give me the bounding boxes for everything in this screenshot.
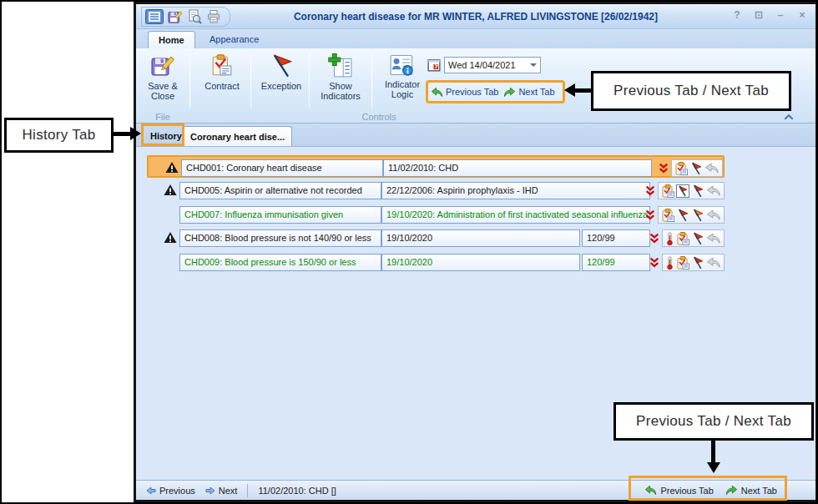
indicator-name-cell[interactable]: CHD007: Influenza immunisation given (179, 206, 381, 224)
history-tab-highlight (141, 123, 184, 146)
table-row[interactable]: CHD008: Blood pressure is not 140/90 or … (147, 227, 725, 249)
save-icon[interactable] (168, 9, 183, 24)
clipboard-icon[interactable] (676, 232, 689, 245)
row-actions (658, 182, 725, 199)
double-chevron-down-icon[interactable] (645, 185, 655, 196)
previous-tab-label: Previous Tab (446, 87, 498, 97)
arrow-right-icon (205, 486, 215, 495)
row-actions (662, 229, 725, 247)
tabnav-highlight: Previous Tab Next Tab (426, 80, 565, 103)
button-separator (309, 53, 310, 108)
quick-access-toolbar (141, 7, 230, 27)
indicator-name-cell[interactable]: CHD005: Aspirin or alternative not recor… (179, 182, 381, 199)
indicator-detail-cell[interactable]: 22/12/2006: Aspirin prophylaxis - IHD (381, 182, 650, 199)
reply-arrow-icon[interactable] (706, 256, 721, 269)
exception-label: Exception (261, 81, 301, 91)
reply-arrow-icon[interactable] (706, 184, 721, 197)
restore-button[interactable]: ⊡ (752, 8, 765, 22)
ribbon-tab-strip: Home Appearance (136, 29, 815, 48)
contract-label: Contract (204, 81, 240, 91)
next-label: Next (219, 486, 238, 496)
table-row[interactable]: CHD005: Aspirin or alternative not recor… (147, 179, 725, 202)
indicator-value-cell[interactable]: 120/99 (582, 229, 650, 247)
arrow-left-icon (146, 486, 156, 495)
divider (247, 484, 248, 497)
indicator-name-cell[interactable]: CHD008: Blood pressure is not 140/90 or … (179, 229, 381, 247)
indicator-value-cell[interactable]: 120/99 (582, 254, 650, 271)
clipboard-icon[interactable] (674, 162, 688, 175)
contract-button[interactable]: Contract (195, 53, 249, 108)
double-chevron-down-icon[interactable] (649, 257, 659, 268)
indicator-logic-label: Indicator Logic (375, 79, 430, 99)
save-close-button[interactable]: Save & Close (139, 53, 187, 108)
tab-home[interactable]: Home (148, 31, 195, 48)
red-flag-icon[interactable] (676, 209, 689, 222)
window-title: Coronary heart disease for MR WINTER, AL… (136, 11, 815, 23)
reply-arrow-icon[interactable] (704, 162, 720, 174)
reply-arrow-icon[interactable] (706, 232, 721, 244)
indicator-name-cell[interactable]: CHD009: Blood pressure is 150/90 or less (179, 254, 381, 271)
callout-tabnav-bottom: Previous Tab / Next Tab (614, 402, 814, 441)
tabnav-bottom-highlight (629, 476, 787, 501)
button-separator (250, 53, 251, 108)
indicator-detail-cell[interactable]: 11/02/2010: CHD (383, 159, 652, 177)
table-row[interactable]: CHD009: Blood pressure is 150/90 or less… (147, 251, 725, 274)
collapse-ribbon-icon[interactable] (784, 114, 794, 120)
thermometer-icon[interactable] (665, 256, 674, 270)
callout-arrowhead-right (130, 127, 141, 140)
callout-arrow (574, 88, 593, 93)
indicator-name-cell[interactable]: CHD001: Coronary heart disease (181, 159, 383, 177)
file-group-label: File (139, 112, 187, 122)
thermometer-icon[interactable] (665, 232, 674, 245)
orange-flag-icon[interactable] (691, 209, 704, 222)
red-flag-icon[interactable] (691, 232, 704, 245)
show-indicators-button[interactable]: Show Indicators (311, 53, 370, 108)
show-indicators-icon (328, 53, 353, 78)
clipboard-icon[interactable] (661, 209, 674, 222)
clipboard-icon[interactable] (661, 184, 674, 198)
minimize-button[interactable]: – (774, 8, 787, 22)
double-chevron-down-icon[interactable] (645, 209, 655, 220)
table-row[interactable]: CHD001: Coronary heart disease 11/02/201… (147, 155, 725, 178)
previous-button[interactable]: Previous (146, 486, 195, 496)
callout-arrow (114, 132, 132, 136)
next-tab-button[interactable]: Next Tab (503, 86, 554, 98)
date-picker[interactable]: Wed 14/04/2021 (427, 57, 541, 73)
group-separator (189, 53, 190, 108)
indicator-detail-cell[interactable]: 19/10/2020 (381, 254, 580, 271)
double-chevron-down-icon[interactable] (659, 163, 669, 174)
save-close-label: Save & Close (139, 81, 187, 101)
indicator-logic-button[interactable]: Indicator Logic (375, 53, 430, 108)
red-flag-icon[interactable] (689, 162, 703, 175)
indicator-logic-icon (390, 53, 415, 77)
callout-arrow (711, 441, 715, 464)
print-preview-icon[interactable] (187, 9, 202, 24)
red-flag-icon[interactable] (691, 184, 704, 198)
date-value: Wed 14/04/2021 (448, 58, 516, 73)
status-info: 11/02/2010: CHD [] (258, 486, 336, 496)
clipboard-icon[interactable] (676, 256, 689, 270)
reply-arrow-icon[interactable] (706, 209, 721, 221)
double-chevron-down-icon[interactable] (649, 233, 659, 244)
boxed-flag-icon[interactable] (676, 184, 689, 198)
date-field[interactable]: Wed 14/04/2021 (444, 57, 541, 73)
tab-disease[interactable]: Coronary heart dise... (183, 126, 292, 146)
app-menu-icon[interactable] (145, 9, 164, 24)
callout-history-tab: History Tab (4, 118, 114, 153)
previous-tab-button[interactable]: Previous Tab (431, 86, 498, 98)
red-flag-icon[interactable] (691, 256, 704, 270)
close-button[interactable]: × (795, 8, 809, 22)
contract-icon (210, 53, 234, 78)
next-button[interactable]: Next (205, 486, 238, 496)
indicator-detail-cell[interactable]: 19/10/2020 (381, 229, 580, 247)
table-row[interactable]: CHD007: Influenza immunisation given 19/… (147, 204, 725, 226)
indicator-detail-cell[interactable]: 19/10/2020: Administration of first inac… (381, 206, 650, 224)
row-actions (662, 254, 725, 271)
help-button[interactable]: ? (730, 8, 744, 22)
tab-appearance[interactable]: Appearance (199, 31, 269, 48)
previous-tab-icon (431, 86, 443, 98)
print-icon[interactable] (206, 9, 221, 24)
exception-button[interactable]: Exception (255, 53, 308, 108)
callout-arrowhead-left (564, 83, 575, 97)
calendar-icon (427, 58, 441, 72)
